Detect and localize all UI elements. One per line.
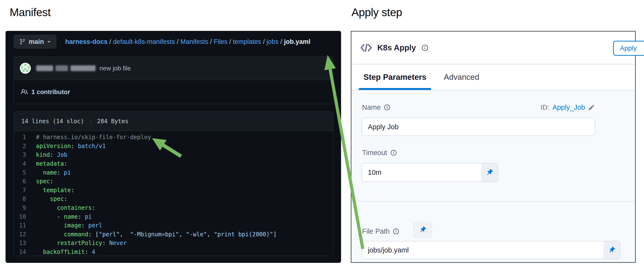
line-number[interactable]: 8	[14, 196, 26, 202]
line-number[interactable]: 4	[14, 160, 26, 167]
branch-selector[interactable]: main	[14, 35, 56, 48]
line-number[interactable]: 9	[14, 205, 26, 211]
line-number[interactable]: 7	[14, 187, 26, 194]
code-text: command: ["perl", "-Mbignum=bpi", "-wle"…	[36, 231, 276, 238]
branch-name: main	[29, 38, 44, 45]
file-size-info: 284 Bytes	[97, 118, 128, 125]
code-line: 10 - name: pi	[14, 212, 333, 221]
breadcrumb-separator: /	[228, 38, 233, 45]
commit-message[interactable]: new job file	[100, 65, 131, 72]
id-label: ID:	[541, 103, 550, 111]
breadcrumb-current-file: job.yaml	[284, 38, 310, 45]
commit-author-redacted	[36, 65, 96, 71]
tab-advanced[interactable]: Advanced	[444, 64, 479, 90]
pin-icon[interactable]	[604, 241, 620, 259]
edit-pencil-icon[interactable]	[588, 104, 595, 111]
name-input[interactable]	[362, 118, 595, 136]
k8s-apply-step-panel: K8s Apply Step ParametersAdvanced Name I…	[351, 31, 636, 263]
file-header: 14 lines (14 sloc) 284 Bytes	[14, 112, 333, 131]
line-number[interactable]: 10	[14, 213, 26, 220]
code-text: spec:	[36, 196, 67, 202]
breadcrumb-link[interactable]: Files	[214, 38, 228, 45]
breadcrumb-link[interactable]: jobs	[266, 38, 278, 45]
code-text: # harness.io/skip-file-for-deploy	[36, 134, 151, 141]
apply-step-title: Apply step	[352, 6, 402, 19]
line-number[interactable]: 5	[14, 169, 26, 176]
info-icon[interactable]	[421, 44, 429, 52]
code-line: 1# harness.io/skip-file-for-deploy	[14, 133, 333, 142]
code-text: apiVersion: batch/v1	[36, 143, 106, 150]
code-text: - name: pi	[36, 213, 92, 220]
step-parameters-content: Name ID: Apply_Job Timeout	[352, 90, 635, 262]
people-icon	[21, 88, 28, 95]
name-label: Name	[362, 103, 390, 111]
apply-button[interactable]: Apply	[613, 41, 644, 56]
pin-icon[interactable]	[481, 164, 498, 181]
breadcrumb-separator: /	[278, 38, 284, 45]
code-line: 14 backoffLimit: 4	[14, 248, 333, 256]
code-text: name: pi	[36, 169, 71, 176]
info-icon[interactable]	[390, 149, 397, 156]
step-header: K8s Apply	[352, 31, 635, 64]
code-text: backoffLimit: 4	[36, 249, 95, 255]
code-line: 11 image: perl	[14, 221, 333, 230]
code-text: metadata:	[36, 160, 67, 167]
line-number[interactable]: 12	[14, 231, 26, 238]
breadcrumb-link[interactable]: harness-docs	[65, 38, 108, 45]
contributors-row: 1 contributor	[14, 80, 333, 104]
github-file-viewer: main harness-docs / default-k8s-manifest…	[6, 31, 341, 263]
commit-row: new job file	[14, 57, 333, 80]
timeout-label: Timeout	[362, 149, 397, 157]
code-line: 5 name: pi	[14, 168, 333, 177]
line-number[interactable]: 11	[14, 222, 26, 229]
code-text: kind: Job	[36, 151, 67, 158]
line-number[interactable]: 6	[14, 178, 26, 185]
file-path-input[interactable]	[362, 241, 604, 259]
code-text: spec:	[36, 178, 53, 185]
code-line: 2apiVersion: batch/v1	[14, 142, 333, 151]
divider	[90, 118, 91, 125]
timeout-field	[362, 163, 498, 182]
code-line: 13 restartPolicy: Never	[14, 239, 333, 248]
line-number[interactable]: 13	[14, 240, 26, 247]
code-text: template:	[36, 187, 74, 194]
breadcrumb-separator: /	[261, 38, 267, 45]
line-number[interactable]: 1	[14, 134, 26, 141]
commit-box: new job file 1 contributor	[14, 56, 333, 104]
breadcrumb-link[interactable]: default-k8s-manifests	[113, 38, 175, 45]
git-branch-icon	[19, 38, 26, 45]
code-line: 7 template:	[14, 186, 333, 195]
code-line: 6spec:	[14, 177, 333, 186]
tab-step-parameters[interactable]: Step Parameters	[364, 64, 426, 90]
breadcrumb-separator: /	[175, 38, 180, 45]
avatar[interactable]	[20, 63, 31, 74]
id-value[interactable]: Apply_Job	[552, 103, 585, 111]
chevron-down-icon	[47, 40, 51, 43]
code-line: 8 spec:	[14, 195, 333, 204]
manifest-title: Manifest	[10, 6, 51, 19]
divider	[352, 201, 635, 202]
code-line: 3kind: Job	[14, 150, 333, 159]
breadcrumb: harness-docs / default-k8s-manifests / M…	[65, 31, 310, 52]
line-number[interactable]: 3	[14, 151, 26, 158]
breadcrumb-separator: /	[208, 38, 214, 45]
page: Manifest Apply step main harness-docs / …	[0, 0, 644, 272]
code-text: image: perl	[36, 222, 102, 229]
info-icon[interactable]	[392, 228, 400, 235]
code-text: restartPolicy: Never	[36, 240, 127, 247]
code-line: 12 command: ["perl", "-Mbignum=bpi", "-w…	[14, 230, 333, 239]
breadcrumb-link[interactable]: Manifests	[180, 38, 208, 45]
code-line: 9 containers:	[14, 204, 333, 213]
breadcrumb-separator: /	[108, 38, 113, 45]
contributors-count[interactable]: 1 contributor	[32, 88, 70, 96]
info-icon[interactable]	[384, 104, 390, 111]
line-number[interactable]: 14	[14, 249, 26, 255]
file-box: 14 lines (14 sloc) 284 Bytes 1# harness.…	[14, 111, 333, 256]
line-number[interactable]: 2	[14, 143, 26, 150]
breadcrumb-link[interactable]: templates	[233, 38, 261, 45]
timeout-input[interactable]	[362, 164, 481, 181]
step-title: K8s Apply	[377, 43, 416, 52]
file-path-field	[362, 241, 620, 259]
pin-button[interactable]	[413, 222, 432, 238]
tabs: Step ParametersAdvanced	[352, 64, 635, 90]
